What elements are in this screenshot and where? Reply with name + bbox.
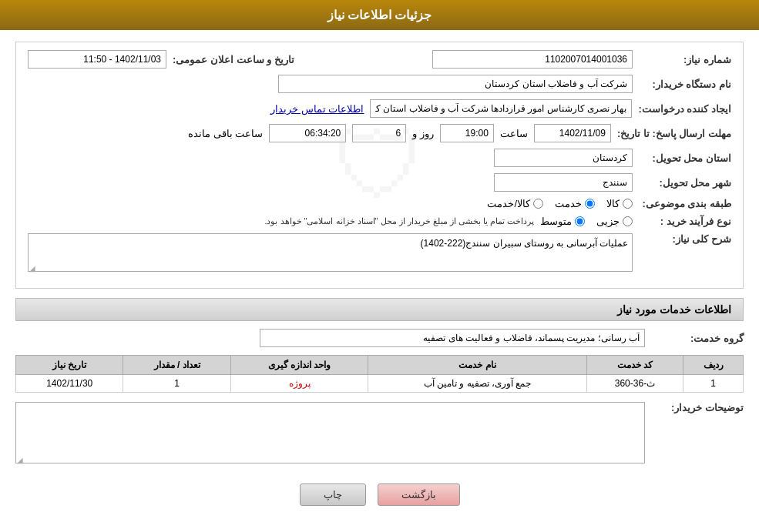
tozihat-wrapper: ◢: [15, 402, 645, 466]
tarikh-input[interactable]: [28, 50, 166, 69]
content-area: 🛡 شماره نیاز: تاریخ و ساعت اعلان عمومی: …: [0, 30, 759, 525]
shahr-label: شهر محل تحویل:: [639, 177, 731, 189]
tabaqe-option-kala-khedmat[interactable]: کالا/خدمت: [487, 198, 543, 209]
row-nam-dastgah: نام دستگاه خریدار:: [28, 75, 731, 93]
mohlat-roz-input[interactable]: [352, 124, 406, 142]
nooe-option-mottavaset[interactable]: متوسط: [540, 216, 585, 227]
cell-tarikh: 1402/11/30: [16, 375, 123, 393]
row-tabaqe: طبقه بندی موضوعی: کالا خدمت کالا/خدمت: [28, 198, 731, 209]
cell-radif: 1: [683, 375, 744, 393]
row-ostan: استان محل تحویل:: [28, 149, 731, 167]
sharh-textarea[interactable]: عملیات آبرسانی به روستای سبیران سنندج(22…: [28, 233, 633, 272]
row-tozihat: توضیحات خریدار: ◢: [15, 402, 744, 466]
nooe-option-jozi[interactable]: جزیی: [596, 216, 633, 227]
nooe-mottavaset-label: متوسط: [540, 216, 572, 227]
mohlat-time-input[interactable]: [440, 124, 494, 142]
ijad-konande-label: ایجاد کننده درخواست:: [638, 103, 731, 115]
sharh-wrapper: عملیات آبرسانی به روستای سبیران سنندج(22…: [28, 233, 633, 274]
row-shomara-tarikh: شماره نیاز: تاریخ و ساعت اعلان عمومی:: [28, 50, 731, 69]
nooe-note: پرداخت تمام یا بخشی از مبلغ خریدار از مح…: [264, 216, 534, 226]
ostan-input[interactable]: [494, 149, 633, 167]
nooe-radio-group: جزیی متوسط: [540, 216, 633, 227]
ijad-konande-input[interactable]: [370, 99, 632, 118]
tozihat-textarea[interactable]: [15, 402, 645, 463]
back-button[interactable]: بازگشت: [378, 483, 460, 506]
shahr-input[interactable]: [494, 173, 633, 192]
etela-link[interactable]: اطلاعات تماس خریدار: [270, 103, 364, 115]
mohlat-saat-input[interactable]: [269, 124, 346, 142]
goroh-label: گروه خدمت:: [651, 333, 744, 344]
col-name: نام خدمت: [368, 356, 586, 375]
page-title: جزئیات اطلاعات نیاز: [327, 8, 432, 22]
button-row: بازگشت چاپ: [15, 472, 744, 514]
ostan-label: استان محل تحویل:: [639, 152, 731, 164]
col-radif: ردیف: [683, 356, 744, 375]
cell-name: جمع آوری، تصفیه و تامین آب: [368, 375, 586, 393]
col-unit: واحد اندازه گیری: [230, 356, 368, 375]
tabaqe-khedmat-label: خدمت: [555, 198, 582, 209]
tabaqe-radio-khedmat[interactable]: [585, 199, 595, 209]
col-tarikh: تاریخ نیاز: [16, 356, 123, 375]
nooe-radio-jozi[interactable]: [623, 216, 633, 226]
row-ijad-konande: ایجاد کننده درخواست: اطلاعات تماس خریدار: [28, 99, 731, 118]
tabaqe-kala-khedmat-label: کالا/خدمت: [487, 198, 530, 209]
services-table: ردیف کد خدمت نام خدمت واحد اندازه گیری ت…: [15, 355, 744, 393]
mohlat-time-label: ساعت: [500, 128, 528, 139]
khadamat-section-title: اطلاعات خدمات مورد نیاز: [15, 298, 744, 321]
cell-tedad: 1: [123, 375, 230, 393]
page-header: جزئیات اطلاعات نیاز: [0, 0, 759, 30]
main-info-section: 🛡 شماره نیاز: تاریخ و ساعت اعلان عمومی: …: [15, 42, 744, 289]
mohlat-saat-label: ساعت باقی مانده: [188, 128, 263, 139]
tabaqe-kala-label: کالا: [606, 198, 620, 209]
shomara-niaz-input[interactable]: [432, 50, 633, 69]
sharh-label: شرح کلی نیاز:: [639, 233, 731, 245]
tabaqe-option-khedmat[interactable]: خدمت: [555, 198, 595, 209]
col-tedad: تعداد / مقدار: [123, 356, 230, 375]
mohlat-date-input[interactable]: [534, 124, 611, 142]
tabaqe-radio-group: کالا خدمت کالا/خدمت: [487, 198, 633, 209]
tabaqe-label: طبقه بندی موضوعی:: [639, 198, 731, 209]
nam-dastgah-label: نام دستگاه خریدار:: [639, 79, 731, 90]
tabaqe-radio-kala-khedmat[interactable]: [533, 199, 543, 209]
print-button[interactable]: چاپ: [300, 483, 366, 506]
tozihat-label: توضیحات خریدار:: [651, 402, 744, 413]
tarikh-label: تاریخ و ساعت اعلان عمومی:: [173, 54, 294, 65]
nam-dastgah-input[interactable]: [278, 75, 633, 93]
cell-unit[interactable]: پروژه: [230, 375, 368, 393]
tabaqe-option-kala[interactable]: کالا: [606, 198, 633, 209]
cell-code: ث-36-360: [586, 375, 683, 393]
goroh-input[interactable]: [260, 329, 645, 347]
page-container: جزئیات اطلاعات نیاز 🛡 شماره نیاز: تاریخ …: [0, 0, 759, 532]
col-code: کد خدمت: [586, 356, 683, 375]
row-sharh: شرح کلی نیاز: عملیات آبرسانی به روستای س…: [28, 233, 731, 274]
tabaqe-radio-kala[interactable]: [623, 199, 633, 209]
row-mohlat: مهلت ارسال پاسخ: تا تاریخ: ساعت روز و سا…: [28, 124, 731, 142]
row-nooe-farayand: نوع فرآیند خرید : جزیی متوسط پرداخت تمام…: [28, 216, 731, 227]
nooe-farayand-label: نوع فرآیند خرید :: [639, 216, 731, 227]
services-table-container: ردیف کد خدمت نام خدمت واحد اندازه گیری ت…: [15, 355, 744, 393]
table-row: 1 ث-36-360 جمع آوری، تصفیه و تامین آب پر…: [16, 375, 744, 393]
nooe-radio-mottavaset[interactable]: [575, 216, 585, 226]
row-goroh: گروه خدمت:: [15, 329, 744, 347]
row-shahr: شهر محل تحویل:: [28, 173, 731, 192]
table-header-row: ردیف کد خدمت نام خدمت واحد اندازه گیری ت…: [16, 356, 744, 375]
nooe-jozi-label: جزیی: [596, 216, 620, 227]
mohlat-label: مهلت ارسال پاسخ: تا تاریخ:: [617, 128, 731, 139]
shomara-niaz-label: شماره نیاز:: [639, 54, 731, 65]
mohlat-roz-label: روز و: [412, 128, 434, 139]
